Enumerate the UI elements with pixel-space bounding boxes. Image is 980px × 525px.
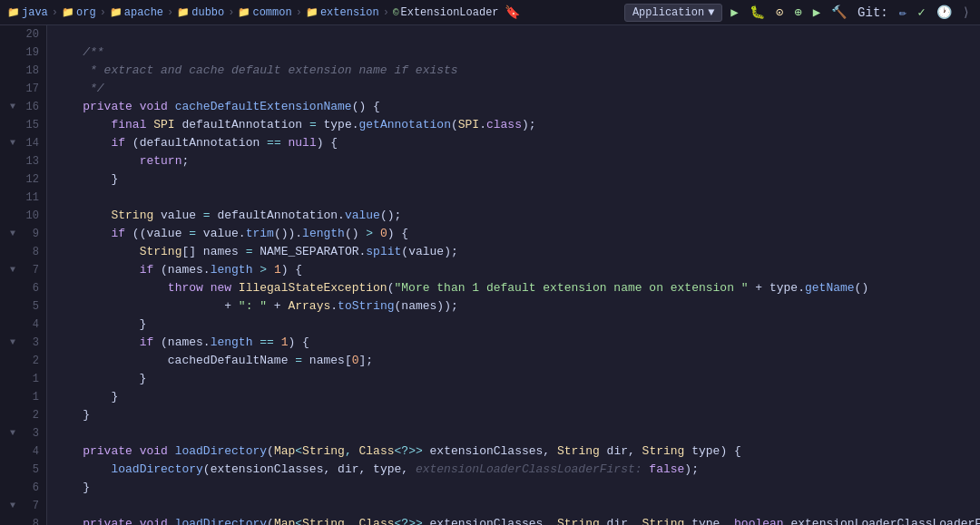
code-line: private void cacheDefaultExtensionName()… — [54, 98, 980, 116]
folder-icon: 📁 — [306, 6, 318, 18]
gutter-line: 19 — [4, 44, 39, 62]
code-line: loadDirectory(extensionClasses, dir, typ… — [54, 461, 980, 479]
code-line: } — [54, 479, 980, 497]
gutter-line: 13 — [4, 152, 39, 170]
code-line: } — [54, 170, 980, 189]
gutter-line: 2 — [4, 352, 39, 370]
gutter-line: 11 — [4, 189, 39, 207]
code-line: /** — [54, 44, 980, 62]
code-line: private void loadDirectory(Map<String, C… — [54, 515, 980, 525]
folder-icon: 📁 — [7, 6, 20, 18]
gutter-line: 2 — [4, 406, 39, 424]
breadcrumb-apache[interactable]: apache — [124, 6, 163, 19]
code-line: return; — [54, 152, 980, 170]
toolbar: 📁 java › 📁 org › 📁 apache › 📁 dubbo › 📁 … — [0, 0, 980, 25]
code-line: String[] names = NAME_SEPARATOR.split(va… — [54, 243, 980, 261]
class-icon: © — [393, 7, 399, 18]
breadcrumb-dubbo[interactable]: dubbo — [191, 6, 224, 19]
gutter-line: ▼ 3 — [4, 424, 39, 442]
breadcrumb-org[interactable]: org — [76, 6, 96, 19]
gutter-line: 15 — [4, 116, 39, 134]
code-line: */ — [54, 80, 980, 98]
code-line: } — [54, 316, 980, 334]
gutter-line: 5 — [4, 461, 39, 479]
bookmark-icon: 🔖 — [505, 5, 520, 20]
build-button[interactable]: 🔨 — [828, 5, 849, 20]
gutter-line: 8 — [4, 243, 39, 261]
code-line: if (names.length == 1) { — [54, 334, 980, 352]
code-line: String value = defaultAnnotation.value()… — [54, 207, 980, 225]
gutter-line: ▼ 7 — [4, 261, 39, 279]
breadcrumb-java[interactable]: java — [22, 6, 48, 19]
code-line — [54, 189, 980, 207]
gutter-line: 18 — [4, 62, 39, 80]
code-line: * extract and cache default extension na… — [54, 62, 980, 80]
gutter-line: 1 — [4, 388, 39, 406]
code-line: throw new IllegalStateException("More th… — [54, 279, 980, 297]
folder-icon: 📁 — [110, 6, 122, 18]
line-numbers-gutter: 20 19 18 17 ▼ 16 15 ▼ 14 — [0, 25, 47, 525]
git-history-icon[interactable]: 🕐 — [934, 5, 955, 20]
gutter-line: 6 — [4, 479, 39, 497]
git-edit-icon[interactable]: ✏ — [897, 5, 909, 20]
run-button[interactable]: ▶ — [728, 5, 740, 20]
gutter-line: 1 — [4, 370, 39, 388]
app-selector-label: Application — [632, 6, 704, 19]
code-line: } — [54, 406, 980, 424]
code-line: cachedDefaultName = names[0]; — [54, 352, 980, 370]
breadcrumb: 📁 java › 📁 org › 📁 apache › 📁 dubbo › 📁 … — [7, 5, 520, 20]
gutter-line: 20 — [4, 25, 39, 44]
git-label: Git: — [855, 5, 891, 20]
gutter-line: ▼ 9 — [4, 225, 39, 243]
gutter-line: 6 — [4, 279, 39, 297]
code-area[interactable]: /** * extract and cache default extensio… — [47, 25, 980, 525]
gutter-line: ▼ 16 — [4, 98, 39, 116]
breadcrumb-common[interactable]: common — [252, 6, 291, 19]
gutter-line: 4 — [4, 316, 39, 334]
git-check-icon[interactable]: ✓ — [915, 5, 927, 20]
toolbar-right: Application ▼ ▶ 🐛 ⊙ ⊕ ▶ 🔨 Git: ✏ ✓ 🕐 ⟩ — [624, 4, 973, 22]
code-line: } — [54, 370, 980, 388]
breadcrumb-extensionloader[interactable]: ExtensionLoader — [401, 6, 499, 19]
folder-icon: 📁 — [238, 6, 250, 18]
debug-button[interactable]: 🐛 — [747, 5, 768, 20]
code-line: private void loadDirectory(Map<String, C… — [54, 442, 980, 461]
chevron-down-icon: ▼ — [708, 6, 714, 19]
gutter-line: 10 — [4, 207, 39, 225]
profile-button[interactable]: ⊕ — [791, 5, 804, 20]
more-icon[interactable]: ⟩ — [960, 5, 973, 20]
gutter-line: 8 — [4, 515, 39, 525]
app-selector[interactable]: Application ▼ — [624, 4, 722, 22]
code-line: if (defaultAnnotation == null) { — [54, 134, 980, 152]
code-line — [54, 25, 980, 44]
gutter-line: 17 — [4, 80, 39, 98]
code-line: } — [54, 388, 980, 406]
gutter-line: 4 — [4, 442, 39, 461]
gutter-line: 5 — [4, 297, 39, 316]
folder-icon: 📁 — [177, 6, 190, 18]
breadcrumb-extension[interactable]: extension — [320, 6, 379, 19]
gutter-line: ▼ 3 — [4, 334, 39, 352]
editor-container: 20 19 18 17 ▼ 16 15 ▼ 14 — [0, 25, 980, 525]
code-line: final SPI defaultAnnotation = type.getAn… — [54, 116, 980, 134]
gutter-line: ▼ 14 — [4, 134, 39, 152]
code-line: + ": " + Arrays.toString(names)); — [54, 297, 980, 316]
coverage-button[interactable]: ⊙ — [773, 5, 786, 20]
code-line — [54, 497, 980, 515]
gutter-line: ▼ 7 — [4, 497, 39, 515]
gutter-line: 12 — [4, 170, 39, 189]
code-line: if ((value = value.trim()).length() > 0)… — [54, 225, 980, 243]
folder-icon: 📁 — [62, 6, 74, 18]
code-line: if (names.length > 1) { — [54, 261, 980, 279]
run2-button[interactable]: ▶ — [810, 5, 823, 20]
code-line — [54, 424, 980, 442]
